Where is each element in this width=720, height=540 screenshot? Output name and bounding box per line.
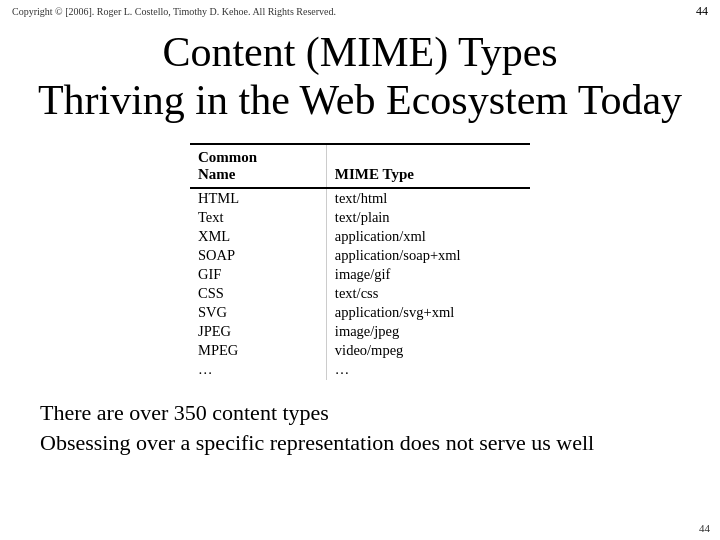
cell-mime-type: image/gif bbox=[326, 265, 530, 284]
cell-mime-type: … bbox=[326, 360, 530, 380]
cell-common-name: GIF bbox=[190, 265, 326, 284]
col-header-common-name: CommonName bbox=[190, 144, 326, 188]
table-row: XMLapplication/xml bbox=[190, 227, 530, 246]
cell-common-name: SOAP bbox=[190, 246, 326, 265]
cell-common-name: Text bbox=[190, 208, 326, 227]
cell-common-name: … bbox=[190, 360, 326, 380]
table-row: SOAPapplication/soap+xml bbox=[190, 246, 530, 265]
table-section: CommonName MIME Type HTMLtext/htmlTextte… bbox=[30, 143, 690, 380]
col-header-mime-type: MIME Type bbox=[326, 144, 530, 188]
cell-mime-type: video/mpeg bbox=[326, 341, 530, 360]
cell-common-name: JPEG bbox=[190, 322, 326, 341]
table-row: CSStext/css bbox=[190, 284, 530, 303]
footer-text: There are over 350 content types Obsessi… bbox=[30, 398, 690, 460]
footer-line-2: Obsessing over a specific representation… bbox=[40, 428, 680, 459]
table-row: …… bbox=[190, 360, 530, 380]
footer-line-1: There are over 350 content types bbox=[40, 398, 680, 429]
table-row: JPEGimage/jpeg bbox=[190, 322, 530, 341]
table-row: Texttext/plain bbox=[190, 208, 530, 227]
cell-common-name: XML bbox=[190, 227, 326, 246]
table-row: MPEGvideo/mpeg bbox=[190, 341, 530, 360]
cell-common-name: HTML bbox=[190, 188, 326, 208]
title-line-1: Content (MIME) Types bbox=[30, 28, 690, 76]
main-content: Content (MIME) Types Thriving in the Web… bbox=[0, 18, 720, 469]
copyright-text: Copyright © [2006]. Roger L. Costello, T… bbox=[4, 2, 344, 21]
mime-table: CommonName MIME Type HTMLtext/htmlTextte… bbox=[190, 143, 530, 380]
cell-mime-type: application/xml bbox=[326, 227, 530, 246]
footer-page-number: 44 bbox=[699, 522, 710, 534]
cell-mime-type: image/jpeg bbox=[326, 322, 530, 341]
cell-common-name: MPEG bbox=[190, 341, 326, 360]
cell-mime-type: text/plain bbox=[326, 208, 530, 227]
table-row: GIFimage/gif bbox=[190, 265, 530, 284]
table-row: HTMLtext/html bbox=[190, 188, 530, 208]
cell-mime-type: application/svg+xml bbox=[326, 303, 530, 322]
title-block: Content (MIME) Types Thriving in the Web… bbox=[30, 28, 690, 125]
table-row: SVGapplication/svg+xml bbox=[190, 303, 530, 322]
cell-common-name: SVG bbox=[190, 303, 326, 322]
page-number: 44 bbox=[696, 4, 708, 19]
cell-mime-type: application/soap+xml bbox=[326, 246, 530, 265]
cell-mime-type: text/css bbox=[326, 284, 530, 303]
title-line-2: Thriving in the Web Ecosystem Today bbox=[30, 76, 690, 124]
table-header-row: CommonName MIME Type bbox=[190, 144, 530, 188]
cell-mime-type: text/html bbox=[326, 188, 530, 208]
cell-common-name: CSS bbox=[190, 284, 326, 303]
